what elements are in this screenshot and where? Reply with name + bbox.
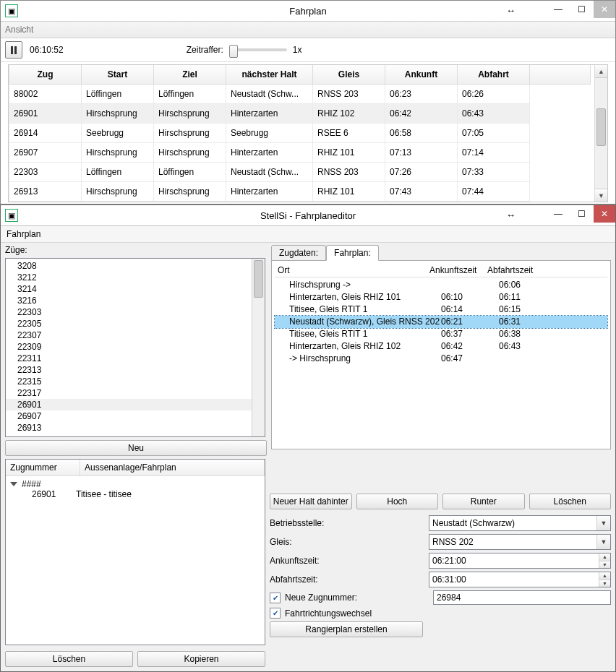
- col-gleis[interactable]: Gleis: [313, 65, 385, 85]
- new-number-checkbox[interactable]: ✔: [270, 593, 281, 603]
- col-ankunft[interactable]: Ankunft: [385, 65, 458, 85]
- reverse-checkbox[interactable]: ✔: [270, 608, 281, 619]
- new-stop-after-button[interactable]: Neuer Halt dahinter: [270, 494, 352, 509]
- list-item[interactable]: 3214: [6, 283, 265, 295]
- table-cell: RHIZ 101: [313, 143, 385, 163]
- tab-bar: Zugdaten: Fahrplan:: [271, 245, 611, 261]
- station-select[interactable]: Neustadt (Schwarzw) ▼: [429, 515, 611, 531]
- departure-time-field[interactable]: [429, 572, 599, 587]
- table-cell: Hinterzarten: [226, 104, 313, 124]
- scroll-down-icon[interactable]: ▼: [595, 189, 607, 202]
- col-ort[interactable]: Ort: [275, 265, 429, 275]
- scroll-thumb[interactable]: [254, 260, 263, 298]
- menu-fahrplan[interactable]: Fahrplan: [1, 227, 46, 241]
- minimize-button[interactable]: —: [547, 1, 569, 18]
- expand-icon[interactable]: [10, 482, 17, 486]
- vertical-scrollbar[interactable]: ▲ ▼: [594, 65, 607, 202]
- minimize-button[interactable]: —: [547, 205, 569, 223]
- spin-down-icon[interactable]: ▼: [599, 561, 610, 569]
- maximize-button[interactable]: ☐: [570, 205, 592, 223]
- col-nächster halt[interactable]: nächster Halt: [226, 65, 313, 85]
- table-row[interactable]: 22303LöffingenLöffingenNeustadt (Schw...…: [9, 163, 591, 182]
- stops-list[interactable]: Hirschsprung ->06:06Hinterzarten, Gleis …: [275, 279, 607, 365]
- move-down-button[interactable]: Runter: [442, 494, 525, 509]
- track-select[interactable]: RNSS 202 ▼: [429, 534, 611, 550]
- list-item[interactable]: 22311: [6, 353, 265, 364]
- spin-down-icon[interactable]: ▼: [599, 580, 610, 587]
- maximize-button[interactable]: ☐: [570, 1, 592, 18]
- pause-icon: [14, 46, 17, 54]
- arrival-time-field[interactable]: [429, 553, 599, 568]
- schedule-table[interactable]: ZugStartZielnächster HaltGleisAnkunftAbf…: [9, 65, 591, 202]
- chevron-down-icon[interactable]: ▼: [596, 516, 610, 530]
- tree-root-node[interactable]: ####: [10, 479, 260, 489]
- table-row[interactable]: 26907HirschsprungHirschsprungHinterzarte…: [9, 143, 591, 163]
- tree-col-aussenanlage[interactable]: Aussenanlage/Fahrplan: [80, 460, 265, 475]
- tree-child-node[interactable]: 26901 Titisee - titisee: [10, 489, 260, 499]
- list-item[interactable]: 22307: [6, 329, 265, 341]
- arrival-time-input[interactable]: ▲ ▼: [429, 553, 611, 569]
- time-scale-slider[interactable]: [229, 48, 287, 51]
- tab-zugdaten[interactable]: Zugdaten:: [271, 245, 326, 261]
- list-item[interactable]: 22305: [6, 318, 265, 329]
- list-item[interactable]: 3216: [6, 295, 265, 306]
- table-row[interactable]: 26914SeebruggHirschsprungSeebruggRSEE 60…: [9, 124, 591, 143]
- stop-row[interactable]: Hirschsprung ->06:06: [275, 279, 607, 291]
- slider-thumb[interactable]: [229, 45, 238, 58]
- stop-row[interactable]: Hinterzarten, Gleis RHIZ 10106:1006:11: [275, 291, 607, 303]
- col-start[interactable]: Start: [82, 65, 154, 85]
- stop-row[interactable]: Hinterzarten, Gleis RHIZ 10206:4206:43: [275, 340, 607, 353]
- spin-up-icon[interactable]: ▲: [599, 572, 610, 580]
- stop-row[interactable]: -> Hirschsprung06:47: [275, 353, 607, 365]
- close-button[interactable]: ✕: [594, 1, 615, 18]
- scroll-up-icon[interactable]: ▲: [595, 65, 607, 78]
- move-up-button[interactable]: Hoch: [356, 494, 439, 509]
- menu-view[interactable]: Ansicht: [5, 25, 33, 35]
- list-item[interactable]: 26901: [6, 399, 265, 410]
- stop-row[interactable]: Neustadt (Schwarzw), Gleis RNSS 20206:21…: [275, 316, 607, 328]
- zug-tree[interactable]: Zugnummer Aussenanlage/Fahrplan #### 269…: [5, 459, 265, 645]
- list-item[interactable]: 22303: [6, 306, 265, 318]
- delete-stop-button[interactable]: Löschen: [529, 494, 612, 509]
- menu-bar: Ansicht: [1, 22, 615, 38]
- list-item[interactable]: 22315: [6, 376, 265, 387]
- tree-col-zugnummer[interactable]: Zugnummer: [6, 460, 80, 475]
- track-value: RNSS 202: [429, 537, 596, 547]
- app-icon: ▣: [5, 209, 18, 222]
- list-item[interactable]: 22313: [6, 364, 265, 376]
- pause-button[interactable]: [5, 41, 22, 59]
- scroll-thumb[interactable]: [596, 108, 606, 146]
- table-cell: 07:14: [458, 143, 530, 163]
- spin-up-icon[interactable]: ▲: [599, 553, 610, 561]
- copy-button[interactable]: Kopieren: [137, 651, 265, 667]
- create-shunting-plan-button[interactable]: Rangierplan erstellen: [270, 621, 423, 637]
- table-row[interactable]: 88002LöffingenLöffingenNeustadt (Schw...…: [9, 85, 591, 104]
- list-item[interactable]: 26907: [6, 410, 265, 422]
- list-item[interactable]: 26913: [6, 422, 265, 434]
- col-ziel[interactable]: Ziel: [154, 65, 226, 85]
- list-scrollbar[interactable]: [252, 259, 265, 436]
- list-item[interactable]: 3208: [6, 260, 265, 272]
- col-abfahrt[interactable]: Abfahrt: [458, 65, 530, 85]
- close-button[interactable]: ✕: [594, 205, 615, 223]
- stop-row[interactable]: Titisee, Gleis RTIT 106:1406:15: [275, 303, 607, 316]
- pause-icon: [11, 46, 13, 54]
- col-abfahrt[interactable]: Abfahrtszeit: [487, 265, 607, 275]
- chevron-down-icon[interactable]: ▼: [596, 535, 610, 549]
- departure-time-input[interactable]: ▲ ▼: [429, 572, 611, 587]
- stop-row[interactable]: Titisee, Gleis RTIT 106:3706:38: [275, 328, 607, 340]
- stop-ort: Hinterzarten, Gleis RHIZ 101: [275, 291, 441, 303]
- table-row[interactable]: 26913HirschsprungHirschsprungHinterzarte…: [9, 182, 591, 202]
- resize-arrow-icon: ↔: [506, 210, 516, 220]
- col-ankunft[interactable]: Ankunftszeit: [429, 265, 487, 275]
- list-item[interactable]: 3212: [6, 272, 265, 283]
- table-row[interactable]: 26901HirschsprungHirschsprungHinterzarte…: [9, 104, 591, 124]
- list-item[interactable]: 22317: [6, 387, 265, 399]
- zuege-list[interactable]: 3208321232143216223032230522307223092231…: [5, 258, 265, 437]
- neu-button[interactable]: Neu: [5, 440, 267, 456]
- new-number-input[interactable]: [433, 590, 611, 605]
- delete-button[interactable]: Löschen: [5, 651, 133, 667]
- col-zug[interactable]: Zug: [9, 65, 82, 85]
- list-item[interactable]: 22309: [6, 341, 265, 353]
- tab-fahrplan[interactable]: Fahrplan:: [326, 245, 379, 261]
